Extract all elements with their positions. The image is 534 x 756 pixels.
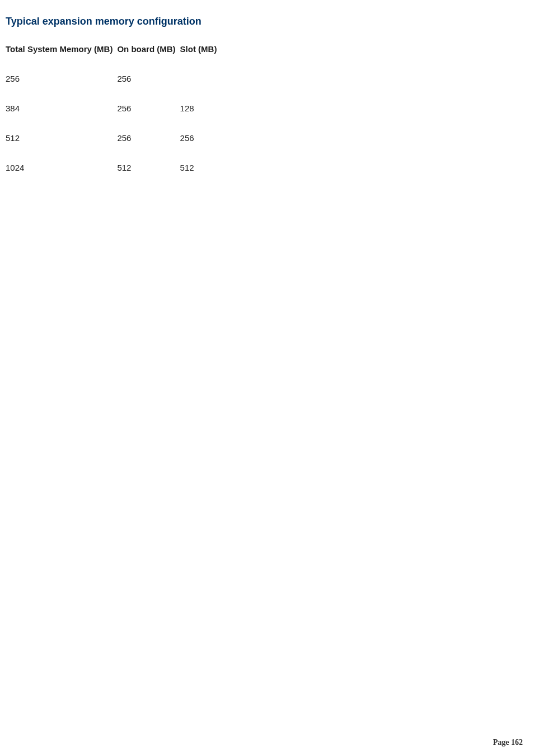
cell-onboard: 256 [117, 64, 180, 93]
col-header-slot: Slot (MB) [180, 44, 222, 64]
memory-config-table: Total System Memory (MB) On board (MB) S… [6, 44, 221, 182]
table-row: 256 256 [6, 64, 221, 93]
cell-slot [180, 64, 222, 93]
cell-onboard: 512 [117, 153, 180, 182]
cell-onboard: 256 [117, 93, 180, 123]
col-header-total: Total System Memory (MB) [6, 44, 117, 64]
cell-total: 1024 [6, 153, 117, 182]
col-header-onboard: On board (MB) [117, 44, 180, 64]
page-title: Typical expansion memory configuration [0, 0, 534, 27]
cell-slot: 128 [180, 93, 222, 123]
table-row: 384 256 128 [6, 93, 221, 123]
table-header-row: Total System Memory (MB) On board (MB) S… [6, 44, 221, 64]
cell-total: 256 [6, 64, 117, 93]
table-row: 1024 512 512 [6, 153, 221, 182]
cell-slot: 512 [180, 153, 222, 182]
cell-slot: 256 [180, 123, 222, 153]
memory-table-wrap: Total System Memory (MB) On board (MB) S… [0, 27, 534, 182]
cell-onboard: 256 [117, 123, 180, 153]
table-row: 512 256 256 [6, 123, 221, 153]
page-number: Page 162 [493, 738, 523, 747]
cell-total: 384 [6, 93, 117, 123]
cell-total: 512 [6, 123, 117, 153]
